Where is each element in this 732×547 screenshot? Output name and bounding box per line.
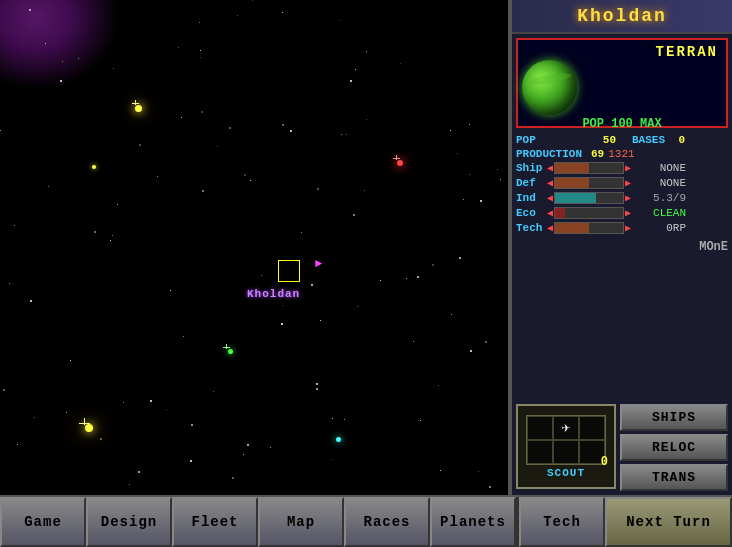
star-random (500, 179, 501, 180)
production-row: PRODUCTION 69 1321 (516, 148, 728, 160)
star-random (181, 117, 182, 118)
star-random (14, 225, 15, 226)
star-random (213, 391, 214, 392)
main-container: ► Kholdan Kholdan TERRAN POP 100 MAX (0, 0, 732, 547)
star-random (252, 0, 253, 1)
ind-arrow-right[interactable]: ▶ (625, 192, 631, 204)
def-arrow-right[interactable]: ▶ (625, 177, 631, 189)
star-6 (336, 437, 341, 442)
star-s10 (420, 420, 421, 421)
eco-slider-row: Eco ◀ ▶ CLEAN (516, 207, 728, 219)
star-s8 (380, 280, 381, 281)
eco-arrow-left[interactable]: ◀ (547, 207, 553, 219)
ind-slider-row: Ind ◀ ▶ 5.3/9 (516, 192, 728, 204)
star-random (417, 276, 419, 278)
star-random (432, 264, 434, 266)
star-map[interactable]: ► Kholdan (0, 0, 510, 495)
next-turn-button[interactable]: Next Turn (605, 497, 732, 547)
star-s5 (30, 300, 32, 302)
star-s16 (70, 360, 71, 361)
star-random (117, 204, 118, 205)
tech-slider-row: Tech ◀ ▶ 0RP (516, 222, 728, 234)
right-panel: Kholdan TERRAN POP 100 MAX POP 50 BASES … (510, 0, 732, 495)
star-random (355, 69, 356, 70)
star-random (157, 176, 158, 177)
scout-box[interactable]: ✈ 0 SCOUT (516, 404, 616, 489)
star-s13 (320, 320, 321, 321)
star-2 (92, 165, 96, 169)
ind-label: Ind (516, 192, 546, 204)
tech-slider-track[interactable] (554, 222, 624, 234)
design-button[interactable]: Design (86, 497, 172, 547)
star-s4 (450, 130, 451, 131)
star-random (463, 199, 464, 200)
star-random (191, 424, 193, 426)
ship-result: NONE (636, 162, 686, 174)
ship-arrow-right[interactable]: ▶ (625, 162, 631, 174)
planet-race: TERRAN (522, 44, 722, 60)
planet-info-box: TERRAN POP 100 MAX (516, 38, 728, 128)
planets-button[interactable]: Planets (430, 497, 516, 547)
star-random (217, 146, 218, 147)
star-random (66, 412, 67, 413)
ship-arrow-left[interactable]: ◀ (547, 162, 553, 174)
fleet-button[interactable]: Fleet (172, 497, 258, 547)
planet-map-label: Kholdan (247, 288, 300, 300)
races-button[interactable]: Races (344, 497, 430, 547)
planet-sphere (522, 60, 577, 115)
reloc-button[interactable]: RELOC (620, 434, 728, 461)
star-random (78, 58, 79, 59)
star-random (366, 51, 367, 52)
trans-button[interactable]: TRANS (620, 464, 728, 491)
def-arrow-left[interactable]: ◀ (547, 177, 553, 189)
star-random (94, 231, 96, 233)
ind-slider-fill (555, 193, 596, 203)
right-buttons: SHIPS RELOC TRANS (620, 404, 728, 491)
game-button[interactable]: Game (0, 497, 86, 547)
eco-arrow-right[interactable]: ▶ (625, 207, 631, 219)
star-s17 (290, 130, 292, 132)
planet-title: Kholdan (512, 0, 732, 34)
scout-cell-ship: ✈ (553, 416, 579, 440)
eco-slider-track[interactable] (554, 207, 624, 219)
star-random (366, 119, 367, 120)
star-random (283, 305, 284, 306)
scout-count: 0 (601, 455, 608, 469)
star-random (469, 124, 470, 125)
ship-label: Ship (516, 162, 546, 174)
star-random (138, 471, 140, 473)
tech-button[interactable]: Tech (519, 497, 605, 547)
tech-arrow-right[interactable]: ▶ (625, 222, 631, 234)
nav-bar: Game Design Fleet Map Races Planets Tech… (0, 495, 732, 547)
star-random (311, 284, 313, 286)
star-random (270, 447, 271, 448)
pop-label: POP (516, 134, 591, 146)
ind-slider-track[interactable] (554, 192, 624, 204)
star-random (317, 188, 319, 190)
star-random (0, 130, 1, 131)
star-random (178, 47, 179, 48)
scout-grid: ✈ (526, 415, 606, 465)
scout-cell-5 (553, 440, 579, 464)
stats-area: POP 50 BASES 0 PRODUCTION 69 1321 Ship ◀ (512, 132, 732, 400)
star-random (201, 111, 203, 113)
star-random (281, 323, 283, 325)
def-slider-row: Def ◀ ▶ NONE (516, 177, 728, 189)
def-slider-track[interactable] (554, 177, 624, 189)
ship-slider-track[interactable] (554, 162, 624, 174)
map-button[interactable]: Map (258, 497, 344, 547)
mone-text: MOnE (699, 240, 728, 254)
ships-button[interactable]: SHIPS (620, 404, 728, 431)
tech-arrow-left[interactable]: ◀ (547, 222, 553, 234)
star-random (301, 232, 302, 233)
star-random (316, 388, 318, 390)
star-s6 (470, 350, 472, 352)
bases-label: BASES (620, 134, 665, 146)
star-random (451, 314, 452, 315)
star-1 (135, 105, 142, 112)
spaceship-icon: ► (315, 257, 322, 271)
ind-arrow-left[interactable]: ◀ (547, 192, 553, 204)
nebula (0, 0, 120, 90)
star-s14 (190, 460, 192, 462)
star-random (261, 275, 262, 276)
